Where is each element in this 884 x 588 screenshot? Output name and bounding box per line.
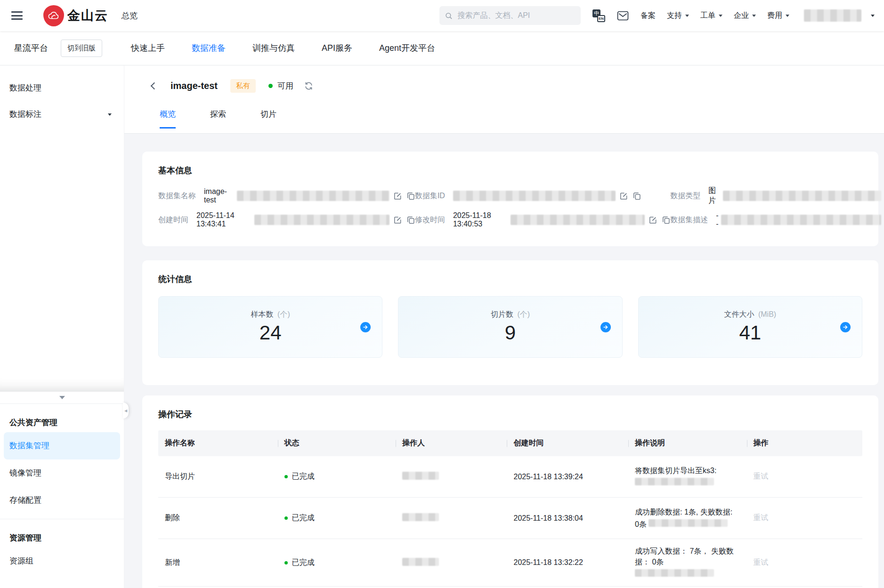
sidebar-bottom-section: 公共资产管理 数据集管理镜像管理存储配置 资源管理 资源组 bbox=[0, 392, 124, 588]
info-field-label: 修改时间 bbox=[415, 215, 445, 225]
stat-label: 切片数 bbox=[491, 310, 515, 318]
status-dot bbox=[284, 561, 288, 564]
stat-value: 24 bbox=[260, 322, 282, 344]
redacted-value bbox=[511, 215, 645, 225]
operations-card: 操作记录 操作名称状态操作人创建时间操作说明操作 导出切片 已完成 2025-1… bbox=[142, 395, 878, 588]
info-field: 数据集ID bbox=[415, 190, 670, 201]
topbar-link-label: 工单 bbox=[700, 11, 715, 21]
info-field-label: 数据集名称 bbox=[158, 191, 196, 201]
nav-menu-item[interactable]: Agent开发平台 bbox=[379, 42, 435, 54]
tab[interactable]: 探索 bbox=[210, 109, 226, 129]
edit-icon[interactable] bbox=[394, 216, 402, 224]
stat-value: 41 bbox=[739, 322, 761, 344]
tab[interactable]: 切片 bbox=[260, 109, 276, 129]
topbar-link[interactable]: 工单 bbox=[700, 11, 722, 21]
topbar-link-label: 企业 bbox=[734, 11, 749, 21]
status-dot bbox=[284, 475, 288, 478]
info-field-value: -- bbox=[716, 211, 721, 228]
stat-label: 文件大小 bbox=[724, 310, 756, 318]
sidebar-item[interactable]: 资源组 bbox=[0, 548, 124, 575]
op-operator-cell bbox=[396, 558, 507, 568]
edit-icon[interactable] bbox=[649, 216, 657, 224]
topbar-links: 备案 支持 工单 企业 费用 bbox=[641, 11, 789, 21]
stat-unit: (MiB) bbox=[758, 310, 776, 318]
chevron-down-icon bbox=[752, 15, 756, 17]
copy-icon[interactable] bbox=[407, 192, 415, 200]
sidebar-item[interactable]: 数据处理 bbox=[0, 75, 124, 101]
stat-unit: (个) bbox=[517, 310, 530, 318]
retry-button[interactable]: 重试 bbox=[747, 472, 862, 482]
cloud-logo-icon bbox=[43, 5, 64, 26]
sidebar-group: 公共资产管理 数据集管理镜像管理存储配置 bbox=[0, 413, 124, 514]
retry-button[interactable]: 重试 bbox=[747, 513, 862, 523]
arrow-right-button[interactable] bbox=[600, 322, 611, 332]
info-field-value: 2025-11-18 13:40:53 bbox=[453, 211, 511, 228]
dataset-header: image-test 私有 可用 概览探索切片 bbox=[124, 65, 884, 134]
sidebar-item[interactable]: 镜像管理 bbox=[0, 459, 124, 487]
sidebar-item[interactable]: 数据标注 bbox=[0, 101, 124, 128]
op-operator-cell bbox=[396, 513, 507, 523]
info-field: 数据类型 图片 bbox=[670, 190, 884, 201]
redacted-operator bbox=[402, 558, 439, 566]
content-area: image-test 私有 可用 概览探索切片 bbox=[124, 65, 884, 588]
platform-navbar: 星流平台 切到旧版 快速上手数据准备训推与仿真API服务Agent开发平台 bbox=[0, 31, 884, 65]
topbar-overview-link[interactable]: 总览 bbox=[122, 10, 138, 21]
info-field: 数据集描述 -- bbox=[670, 214, 884, 226]
table-column-header: 操作 bbox=[747, 438, 862, 448]
switch-old-version-button[interactable]: 切到旧版 bbox=[61, 40, 102, 57]
stat-label: 样本数 bbox=[251, 310, 276, 318]
app-window: 金山云 总览 中 EN 备案 支持 工单 bbox=[0, 0, 884, 588]
message-icon[interactable] bbox=[617, 11, 629, 21]
sidebar-item[interactable]: 数据集管理 bbox=[4, 432, 120, 459]
stat-value: 9 bbox=[505, 322, 516, 344]
operations-title: 操作记录 bbox=[158, 409, 862, 420]
global-search[interactable] bbox=[439, 6, 581, 25]
chevron-down-icon bbox=[59, 396, 65, 399]
op-desc-cell: 成功删除数据: 1条, 失败数据: 0条 bbox=[628, 500, 747, 536]
retry-button[interactable]: 重试 bbox=[747, 558, 862, 568]
language-switch-icon[interactable]: 中 EN bbox=[592, 9, 605, 22]
topbar-link[interactable]: 企业 bbox=[734, 11, 756, 21]
nav-menu-item[interactable]: 快速上手 bbox=[131, 42, 165, 54]
sidebar-collapse-toggle[interactable] bbox=[0, 392, 124, 404]
stat-card: 文件大小 (MiB) 41 bbox=[638, 296, 862, 358]
topbar-link[interactable]: 备案 bbox=[641, 11, 656, 21]
back-button[interactable] bbox=[147, 80, 159, 92]
op-name-cell: 导出切片 bbox=[158, 472, 278, 482]
info-field-label: 数据类型 bbox=[670, 191, 700, 201]
tab[interactable]: 概览 bbox=[160, 109, 176, 129]
hamburger-menu-icon[interactable] bbox=[11, 11, 23, 20]
op-status-cell: 已完成 bbox=[278, 472, 396, 482]
user-menu[interactable] bbox=[804, 9, 875, 22]
arrow-right-button[interactable] bbox=[360, 322, 371, 332]
stats-title: 统计信息 bbox=[158, 274, 862, 285]
op-desc-cell: 成功写入数据： 7条， 失败数据： 0条 bbox=[628, 539, 747, 586]
table-column-header: 操作说明 bbox=[628, 438, 747, 448]
sidebar-item[interactable]: 存储配置 bbox=[0, 487, 124, 514]
op-time-cell: 2025-11-18 13:32:22 bbox=[507, 558, 628, 567]
info-field: 创建时间 2025-11-14 13:43:41 bbox=[158, 214, 415, 226]
nav-menu-item[interactable]: 数据准备 bbox=[192, 42, 226, 54]
edit-icon[interactable] bbox=[394, 192, 402, 200]
topbar-link[interactable]: 支持 bbox=[667, 11, 689, 21]
copy-icon[interactable] bbox=[662, 216, 670, 224]
copy-icon[interactable] bbox=[407, 216, 415, 224]
redacted-desc-line bbox=[635, 478, 714, 485]
platform-title: 星流平台 bbox=[14, 42, 48, 54]
copy-icon[interactable] bbox=[633, 192, 641, 200]
sidebar: 数据处理 数据标注 公共资产管理 数据集管理镜像管理存储配置 资源管理 资源组 … bbox=[0, 65, 124, 588]
op-status-cell: 已完成 bbox=[278, 558, 396, 568]
topbar-link[interactable]: 费用 bbox=[767, 11, 789, 21]
edit-icon[interactable] bbox=[620, 192, 628, 200]
arrow-right-button[interactable] bbox=[840, 322, 851, 332]
op-name-cell: 新增 bbox=[158, 558, 278, 568]
brand-logo[interactable]: 金山云 bbox=[43, 5, 108, 26]
basic-info-card: 基本信息 数据集名称 image-test 数据集ID bbox=[142, 152, 878, 246]
info-field-value: 2025-11-14 13:43:41 bbox=[196, 211, 254, 228]
nav-menu-item[interactable]: 训推与仿真 bbox=[252, 42, 295, 54]
sidebar-top-section: 数据处理 数据标注 bbox=[0, 65, 124, 392]
nav-menu-item[interactable]: API服务 bbox=[322, 42, 352, 54]
table-column-header: 创建时间 bbox=[507, 438, 628, 448]
search-input[interactable] bbox=[456, 11, 575, 20]
refresh-icon[interactable] bbox=[304, 81, 313, 90]
